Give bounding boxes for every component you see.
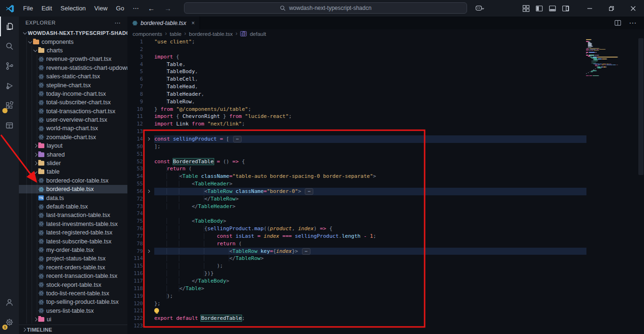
tree-item-user-overview-chart-tsx[interactable]: user-overview-chart.tsx bbox=[19, 116, 127, 124]
code-line[interactable]: 74 bbox=[127, 210, 644, 217]
code-line[interactable]: 79 <TableRow key={index}>⋯ bbox=[127, 248, 644, 255]
code-line[interactable]: 73 </TableHeader> bbox=[127, 203, 644, 210]
folded-region-ellipsis[interactable]: ⋯ bbox=[233, 136, 242, 142]
tree-item-users-list-table-tsx[interactable]: users-list-table.tsx bbox=[19, 307, 127, 315]
code-line[interactable]: 3import { bbox=[127, 53, 644, 61]
code-line[interactable]: 5 TableBody, bbox=[127, 68, 644, 75]
code-line[interactable]: 122export default BorderedTable; bbox=[127, 315, 644, 322]
tree-item-components[interactable]: components bbox=[19, 37, 127, 46]
split-editor-icon[interactable] bbox=[614, 19, 621, 26]
menu-edit[interactable]: Edit bbox=[37, 0, 56, 17]
tree-root-wowdash-next-typescript-shadcn[interactable]: WOWDASH-NEXT-TYPESCRIPT-SHADCN bbox=[19, 29, 127, 37]
tree-item-todo-list-recent-table-tsx[interactable]: todo-list-recent-table.tsx bbox=[19, 289, 127, 298]
tree-item-total-subscriber-chart-tsx[interactable]: total-subscriber-chart.tsx bbox=[19, 98, 127, 107]
code-line[interactable]: 56 <TableRow className="border-0">⋯ bbox=[127, 188, 644, 195]
restore-button[interactable] bbox=[601, 0, 622, 17]
tree-item-charts[interactable]: charts bbox=[19, 46, 127, 55]
code-line[interactable]: 119 ); bbox=[127, 292, 644, 300]
tree-item-zoomable-chart-tsx[interactable]: zoomable-chart.tsx bbox=[19, 133, 127, 142]
account-icon[interactable] bbox=[0, 292, 19, 312]
minimap[interactable] bbox=[586, 38, 638, 334]
tree-item-shared[interactable]: shared bbox=[19, 150, 127, 159]
code-line[interactable]: 8 TableHeader, bbox=[127, 91, 644, 98]
folded-region-ellipsis[interactable]: ⋯ bbox=[302, 248, 310, 255]
tree-item-default-table-tsx[interactable]: default-table.tsx bbox=[19, 202, 127, 211]
code-line[interactable]: 54 <Table className="table-auto border-s… bbox=[127, 173, 644, 180]
code-line[interactable]: 10} from "@/components/ui/table"; bbox=[127, 106, 644, 113]
tree-item-data-ts[interactable]: TSdata.ts bbox=[19, 193, 127, 202]
menu-selection[interactable]: Selection bbox=[56, 0, 90, 17]
breadcrumb-item[interactable]: table bbox=[170, 31, 182, 37]
close-window-button[interactable] bbox=[622, 0, 644, 17]
code-line[interactable]: 52const BorderedTable = () => { bbox=[127, 158, 644, 166]
explorer-more-icon[interactable]: ⋯ bbox=[115, 19, 121, 26]
code-line[interactable]: 1"use client"; bbox=[127, 38, 644, 46]
tree-item-latest-investments-table-tsx[interactable]: latest-investments-table.tsx bbox=[19, 220, 127, 228]
code-line[interactable]: 50]; bbox=[127, 143, 644, 150]
tree-item-recent-transaction-table-tsx[interactable]: recent-transaction-table.tsx bbox=[19, 272, 127, 280]
editor-scrollbar[interactable] bbox=[638, 38, 644, 334]
run-debug-icon[interactable] bbox=[0, 76, 19, 96]
code-line[interactable]: 117 </TableBody> bbox=[127, 277, 644, 285]
code-line[interactable]: 116 })} bbox=[127, 270, 644, 277]
tree-item-revenue-growth-chart-tsx[interactable]: revenue-growth-chart.tsx bbox=[19, 55, 127, 63]
tree-item-revenue-statistics-chart-updown-t-[interactable]: revenue-statistics-chart-updown.t... bbox=[19, 64, 127, 72]
code-line[interactable]: 4 Table, bbox=[127, 61, 644, 68]
customize-layout-icon[interactable] bbox=[519, 0, 533, 17]
fold-chevron-icon[interactable] bbox=[143, 248, 154, 255]
lightbulb-icon[interactable] bbox=[154, 308, 159, 313]
tree-item-my-order-table-tsx[interactable]: my-order-table.tsx bbox=[19, 246, 127, 254]
forward-arrow-icon[interactable]: → bbox=[159, 4, 176, 12]
folded-region-ellipsis[interactable]: ⋯ bbox=[305, 188, 313, 195]
explorer-icon[interactable] bbox=[0, 17, 19, 36]
settings-gear-icon[interactable]: 1 bbox=[0, 312, 19, 332]
tree-item-latest-subscribe-table-tsx[interactable]: latest-subscribe-table.tsx bbox=[19, 237, 127, 245]
tree-item-stock-report-table-tsx[interactable]: stock-report-table.tsx bbox=[19, 280, 127, 289]
tree-item-world-map-chart-tsx[interactable]: world-map-chart.tsx bbox=[19, 124, 127, 133]
code-line[interactable]: 72 </TableRow> bbox=[127, 195, 644, 203]
code-line[interactable]: 11import { ChevronRight } from "lucide-r… bbox=[127, 113, 644, 120]
menu-view[interactable]: View bbox=[90, 0, 112, 17]
timeline-section[interactable]: TIMELINE bbox=[19, 325, 127, 334]
back-arrow-icon[interactable]: ← bbox=[143, 4, 159, 12]
toggle-primary-sidebar-icon[interactable] bbox=[533, 0, 546, 17]
code-line[interactable]: 77 const isLast = index === sellingProdu… bbox=[127, 233, 644, 240]
code-line[interactable]: 78 return ( bbox=[127, 240, 644, 248]
command-center-search[interactable]: wowdash-next-typescript-shadcn bbox=[184, 2, 467, 14]
code-line[interactable]: 13 bbox=[127, 128, 644, 135]
code-line[interactable]: 7 TableHead, bbox=[127, 83, 644, 91]
code-line[interactable]: 12import Link from "next/link"; bbox=[127, 120, 644, 128]
tree-item-today-income-chart-tsx[interactable]: today-income-chart.tsx bbox=[19, 90, 127, 98]
tree-item-recent-orders-table-tsx[interactable]: recent-orders-table.tsx bbox=[19, 263, 127, 272]
search-sidebar-icon[interactable] bbox=[0, 36, 19, 56]
menu-more[interactable]: ⋯ bbox=[128, 0, 143, 17]
tree-item-project-status-table-tsx[interactable]: project-status-table.tsx bbox=[19, 254, 127, 263]
code-line[interactable]: 55 <TableHeader> bbox=[127, 180, 644, 188]
code-line[interactable]: 118 </Table> bbox=[127, 285, 644, 292]
tab-bordered-table[interactable]: bordered-table.tsx × bbox=[127, 17, 200, 29]
tree-item-sales-static-chart-tsx[interactable]: sales-static-chart.tsx bbox=[19, 72, 127, 81]
copilot-icon[interactable] bbox=[473, 0, 486, 17]
tab-close-icon[interactable]: × bbox=[192, 20, 195, 26]
tree-item-last-transaction-table-tsx[interactable]: last-transaction-table.tsx bbox=[19, 211, 127, 219]
breadcrumb-item[interactable]: components bbox=[133, 31, 162, 37]
fold-chevron-icon[interactable] bbox=[143, 135, 154, 143]
code-line[interactable]: 9 TableRow, bbox=[127, 98, 644, 106]
code-line[interactable]: 76 {sellingProduct.map((product, index) … bbox=[127, 225, 644, 233]
tree-item-bordered-table-tsx[interactable]: bordered-table.tsx bbox=[19, 185, 127, 193]
tree-item-latest-registered-table-tsx[interactable]: latest-registered-table.tsx bbox=[19, 228, 127, 237]
code-line[interactable]: 123 bbox=[127, 322, 644, 330]
tree-item-bordered-color-table-tsx[interactable]: bordered-color-table.tsx bbox=[19, 176, 127, 185]
minimize-button[interactable] bbox=[579, 0, 601, 17]
breadcrumb-item[interactable]: bordered-table.tsx bbox=[189, 31, 233, 37]
menu-go[interactable]: Go bbox=[112, 0, 128, 17]
tree-item-slider[interactable]: slider bbox=[19, 159, 127, 167]
toggle-panel-icon[interactable] bbox=[546, 0, 559, 17]
editor-more-icon[interactable]: ⋯ bbox=[629, 18, 636, 27]
menu-file[interactable]: File bbox=[19, 0, 37, 17]
extensions-icon[interactable] bbox=[0, 96, 19, 116]
code-line[interactable]: 114 </TableRow> bbox=[127, 255, 644, 262]
tree-item-stepline-chart-tsx[interactable]: stepline-chart.tsx bbox=[19, 81, 127, 89]
code-line[interactable]: 120}; bbox=[127, 300, 644, 308]
scrollbar-slider[interactable] bbox=[638, 38, 644, 175]
